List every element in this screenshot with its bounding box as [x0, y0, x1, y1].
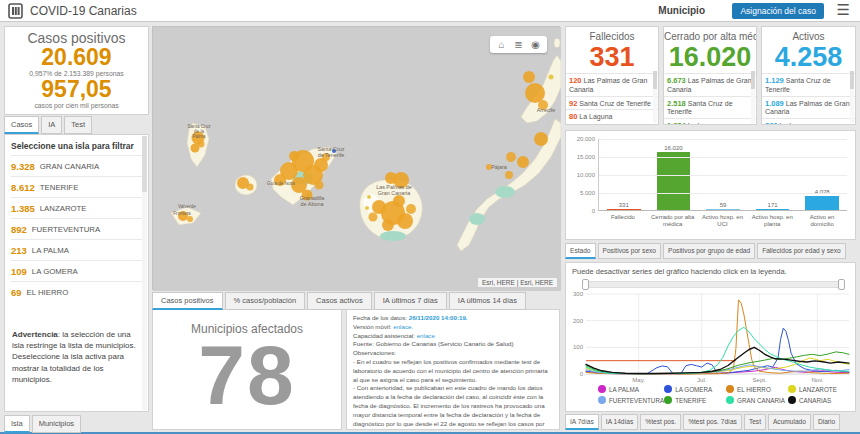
island-row-fuerteventura[interactable]: 892FUERTEVENTURA: [11, 218, 142, 239]
map-tab-2[interactable]: Casos activos: [307, 292, 372, 310]
asignacion-del-caso-button[interactable]: Asignación del caso: [732, 3, 824, 19]
line-chart: May.Jul.Sept.Nov.0100200300: [570, 290, 853, 384]
bar-ytick: 10.000: [568, 172, 595, 178]
island-row-la-palma[interactable]: 213LA PALMA: [11, 239, 142, 260]
bar-plot-area: 33116.020591714.028: [598, 139, 847, 211]
legend-item-lanzarote[interactable]: LANZAROTE: [788, 385, 850, 393]
capacidad-label: Capacidad asistencial:: [353, 332, 417, 339]
casos-positivos-rate: 957,05: [5, 78, 148, 101]
island-name: LA PALMA: [32, 246, 69, 255]
legend-label: LA PALMA: [609, 386, 639, 393]
activos-title: Activos: [762, 31, 855, 42]
estado-tab-2[interactable]: Positivos por grupo de edad: [663, 243, 755, 259]
map-tab-1[interactable]: % casos/población: [225, 292, 306, 310]
line-tab-0[interactable]: IA 7días: [565, 414, 599, 430]
legend-item-gran-canaria[interactable]: GRAN CANARIA: [726, 396, 788, 404]
legend-icon[interactable]: ≣: [510, 37, 527, 52]
island-row-tenerife[interactable]: 8.612TENERIFE: [11, 176, 142, 197]
legend-dot: [788, 396, 796, 404]
slider-handle-left[interactable]: [582, 279, 589, 290]
legend-label: LA GOMERA: [675, 386, 712, 393]
canary-islands-map: Santa Cruz de la Palma Valverde Frontera: [153, 27, 561, 291]
island-value: 69: [11, 287, 22, 298]
card-scrollbar[interactable]: [751, 71, 755, 123]
line-tab-5[interactable]: Acumulado: [768, 414, 811, 430]
island-scrollbar[interactable]: [142, 136, 147, 410]
island-name: EL HIERRO: [27, 288, 69, 297]
casos-positivos-rate-label: casos por cien mil personas: [5, 102, 148, 109]
svg-text:Sept.: Sept.: [753, 377, 767, 383]
island-row-la-gomera[interactable]: 109LA GOMERA: [11, 260, 142, 281]
stat-row: 92Santa Cruz de Tenerife: [566, 96, 658, 110]
island-value: 8.612: [11, 182, 35, 193]
legend-item-la-palma[interactable]: LA PALMA: [598, 385, 664, 393]
line-tab-4[interactable]: Test: [744, 414, 766, 430]
casos-positivos-card: Casos positivos 20.609 0,957% de 2.153.3…: [4, 26, 149, 115]
island-tab-0[interactable]: Isla: [4, 415, 30, 433]
fecha-value: 26/11/2020 14:00:19.: [409, 314, 468, 321]
bar-category-label: Activo hosp. en planta: [747, 214, 797, 228]
estado-tab-0[interactable]: Estado: [565, 243, 596, 259]
island-tab-bar: IslaMunicipios: [4, 415, 81, 433]
island-warning: Advertencia: la selección de una isla re…: [12, 329, 138, 385]
time-range-slider[interactable]: [582, 281, 845, 288]
svg-text:Gran Canaria: Gran Canaria: [378, 190, 410, 196]
island-name: LA GOMERA: [32, 267, 78, 276]
menu-icon[interactable]: ☰: [837, 1, 850, 19]
line-tab-2[interactable]: %test pos.: [640, 414, 681, 430]
line-tab-3[interactable]: %test pos. 7días: [683, 414, 742, 430]
gobierno-canarias-logo: [8, 3, 23, 23]
covid-dashboard: COVID-19 Canarias Municipio Asignación d…: [0, 0, 860, 434]
cerrado-title: Cerrado por alta médica: [664, 31, 756, 42]
positives-tab-2[interactable]: Test: [64, 116, 92, 134]
legend-dot: [788, 385, 796, 393]
home-icon[interactable]: ⌂: [493, 37, 510, 52]
legend-item-fuerteventura[interactable]: FUERTEVENTURA: [598, 396, 664, 404]
map-controls: ⌂ ≣ ◉: [490, 36, 547, 53]
stat-row: 80La Laguna: [566, 109, 658, 123]
legend-item-tenerife[interactable]: TENERIFE: [664, 396, 726, 404]
fallecidos-title: Fallecidos: [566, 31, 658, 42]
legend-item-el-hierro[interactable]: EL HIERRO: [726, 385, 788, 393]
stat-row: 1.089Las Palmas de Gran Canaria: [762, 96, 855, 119]
version-link[interactable]: enlace.: [393, 323, 413, 330]
island-row-gran-canaria[interactable]: 9.328GRAN CANARIA: [11, 155, 142, 176]
island-value: 892: [11, 224, 27, 235]
positives-tab-bar: CasosIATest: [4, 116, 92, 134]
legend-item-canarias[interactable]: CANARIAS: [788, 396, 850, 404]
positives-tab-1[interactable]: IA: [41, 116, 62, 134]
map-tab-0[interactable]: Casos positivos: [152, 292, 223, 310]
svg-text:de Abona: de Abona: [301, 201, 324, 207]
capacidad-link[interactable]: enlace: [417, 332, 435, 339]
card-scrollbar[interactable]: [653, 71, 657, 123]
basemap-icon[interactable]: ◉: [527, 37, 544, 52]
estado-tab-1[interactable]: Positivos por sexo: [598, 243, 662, 259]
svg-text:May.: May.: [632, 377, 645, 383]
estado-tab-3[interactable]: Fallecidos por edad y sexo: [757, 243, 845, 259]
fallecidos-card: Fallecidos 331 120Las Palmas de Gran Can…: [565, 26, 659, 125]
island-value: 9.328: [11, 161, 35, 172]
cerrado-value: 16.020: [664, 42, 756, 73]
bar-ytick: 5.000: [568, 190, 595, 196]
bar-category-label: Cerrado por alta médica: [648, 214, 698, 228]
legend-dot: [664, 385, 672, 393]
map-tab-3[interactable]: IA últimos 7 días: [374, 292, 447, 310]
legend-label: EL HIERRO: [737, 386, 771, 393]
map-canvas[interactable]: Santa Cruz de la Palma Valverde Frontera: [152, 26, 560, 290]
island-row-el-hierro[interactable]: 69EL HIERRO: [11, 281, 142, 302]
activos-card: Activos 4.258 1.129Santa Cruz de Tenerif…: [761, 26, 856, 125]
line-tab-1[interactable]: IA 14días: [601, 414, 639, 430]
legend-item-la-gomera[interactable]: LA GOMERA: [664, 385, 726, 393]
card-scrollbar[interactable]: [850, 71, 854, 123]
map-tab-4[interactable]: IA últimos 14 días: [449, 292, 526, 310]
slider-handle-right[interactable]: [838, 279, 845, 290]
island-filter-panel: Seleccione una isla para filtrar 9.328GR…: [4, 134, 149, 412]
island-tab-1[interactable]: Municipios: [32, 415, 81, 433]
line-tab-6[interactable]: Diario: [813, 414, 840, 430]
legend-label: LANZAROTE: [799, 386, 837, 393]
legend-label: TENERIFE: [675, 397, 706, 404]
svg-text:de Tenerife: de Tenerife: [318, 152, 345, 158]
positives-tab-0[interactable]: Casos: [4, 116, 39, 134]
island-row-lanzarote[interactable]: 1.385LANZAROTE: [11, 197, 142, 218]
svg-text:100: 100: [573, 344, 584, 350]
